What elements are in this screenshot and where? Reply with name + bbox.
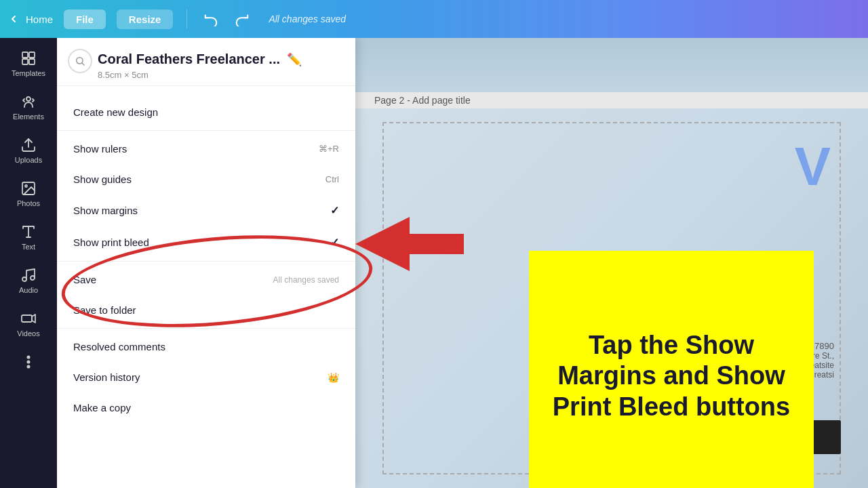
show-guides-label: Show guides: [73, 174, 326, 185]
svg-rect-1: [29, 52, 35, 58]
red-arrow: [355, 217, 464, 274]
topbar-divider: [186, 9, 187, 28]
svg-point-4: [26, 97, 31, 101]
menu-item-save[interactable]: Save All changes saved: [57, 264, 355, 295]
home-button[interactable]: Home: [11, 14, 53, 25]
svg-point-12: [28, 361, 30, 363]
file-menu-header: Coral Feathers Freelancer ... ✏️ 8.5cm ×…: [57, 38, 355, 86]
menu-divider-3: [57, 328, 355, 329]
home-label: Home: [26, 14, 53, 25]
menu-item-show-print-bleed[interactable]: Show print bleed ✓: [57, 226, 355, 258]
make-copy-label: Make a copy: [73, 402, 339, 413]
save-label: Save: [73, 274, 273, 285]
sidebar-item-templates-label: Templates: [12, 69, 45, 77]
menu-item-show-guides[interactable]: Show guides Ctrl: [57, 164, 355, 195]
version-history-label: Version history: [73, 371, 328, 383]
svg-line-15: [82, 63, 84, 65]
sidebar: Templates Elements Uploads Photos Text: [0, 38, 57, 488]
sidebar-item-audio[interactable]: Audio: [3, 260, 54, 301]
sidebar-item-elements[interactable]: Elements: [3, 87, 54, 127]
resize-button[interactable]: Resize: [117, 9, 174, 29]
file-subtitle: 8.5cm × 5cm: [98, 70, 339, 80]
menu-item-resolved-comments[interactable]: Resolved comments: [57, 331, 355, 362]
show-rulers-shortcut: ⌘+R: [319, 144, 339, 154]
resolved-comments-label: Resolved comments: [73, 341, 339, 352]
show-guides-shortcut: Ctrl: [326, 174, 339, 184]
svg-rect-10: [22, 315, 32, 322]
sidebar-item-uploads[interactable]: Uploads: [3, 130, 54, 171]
svg-rect-3: [29, 59, 35, 64]
menu-item-show-margins[interactable]: Show margins ✓: [57, 195, 355, 226]
file-title: Coral Feathers Freelancer ... ✏️: [98, 52, 339, 67]
v-decoration: V: [795, 136, 831, 198]
topbar: Home File Resize All changes saved: [0, 0, 868, 38]
sidebar-item-photos-label: Photos: [17, 199, 40, 207]
menu-item-make-copy[interactable]: Make a copy: [57, 392, 355, 423]
file-menu-button[interactable]: File: [64, 9, 106, 29]
svg-rect-2: [22, 59, 28, 64]
svg-marker-16: [355, 217, 464, 271]
save-to-folder-label: Save to folder: [73, 304, 339, 316]
create-new-label: Create new design: [73, 106, 339, 118]
file-menu: Coral Feathers Freelancer ... ✏️ 8.5cm ×…: [57, 38, 355, 488]
search-icon[interactable]: [68, 49, 92, 73]
file-title-text: Coral Feathers Freelancer ...: [98, 52, 280, 67]
callout-box: Tap the Show Margins and Show Print Blee…: [529, 251, 814, 488]
show-print-bleed-check: ✓: [330, 236, 339, 249]
page-label[interactable]: Page 2 - Add page title: [366, 92, 479, 108]
show-margins-label: Show margins: [73, 205, 330, 216]
show-rulers-label: Show rulers: [73, 143, 319, 155]
undo-button[interactable]: [201, 9, 221, 29]
menu-item-version-history[interactable]: Version history 👑: [57, 362, 355, 392]
redo-button[interactable]: [232, 9, 252, 29]
sidebar-item-videos-label: Videos: [17, 329, 39, 338]
spacer: [57, 86, 355, 97]
svg-point-7: [25, 185, 27, 187]
page-label-text: Page 2 - Add page title: [374, 95, 471, 106]
canvas-main: Tap the Show Margins and Show Print Blee…: [355, 108, 868, 488]
sidebar-item-photos[interactable]: Photos: [3, 174, 54, 214]
save-status: All changes saved: [269, 14, 346, 24]
canvas-top-strip: [355, 38, 868, 92]
callout-text: Tap the Show Margins and Show Print Blee…: [529, 317, 814, 436]
sidebar-item-uploads-label: Uploads: [15, 156, 42, 164]
svg-rect-0: [22, 52, 28, 58]
sidebar-item-more[interactable]: [3, 347, 54, 377]
sidebar-item-audio-label: Audio: [19, 286, 38, 294]
sidebar-item-templates[interactable]: Templates: [3, 43, 54, 84]
menu-item-save-to-folder[interactable]: Save to folder: [57, 295, 355, 325]
version-history-crown-icon: 👑: [328, 372, 339, 383]
svg-point-11: [28, 357, 30, 359]
sidebar-item-text[interactable]: Text: [3, 217, 54, 258]
show-print-bleed-label: Show print bleed: [73, 237, 330, 248]
menu-item-create-new[interactable]: Create new design: [57, 97, 355, 127]
sidebar-item-text-label: Text: [22, 243, 35, 251]
menu-divider-1: [57, 130, 355, 131]
menu-item-show-rulers[interactable]: Show rulers ⌘+R: [57, 134, 355, 164]
svg-point-13: [28, 366, 30, 368]
show-margins-check: ✓: [330, 204, 339, 217]
sidebar-item-videos[interactable]: Videos: [3, 304, 54, 344]
svg-point-8: [22, 277, 26, 281]
sidebar-item-elements-label: Elements: [13, 113, 44, 121]
edit-title-icon[interactable]: ✏️: [287, 52, 302, 67]
save-shortcut: All changes saved: [273, 275, 339, 285]
menu-divider-2: [57, 261, 355, 262]
